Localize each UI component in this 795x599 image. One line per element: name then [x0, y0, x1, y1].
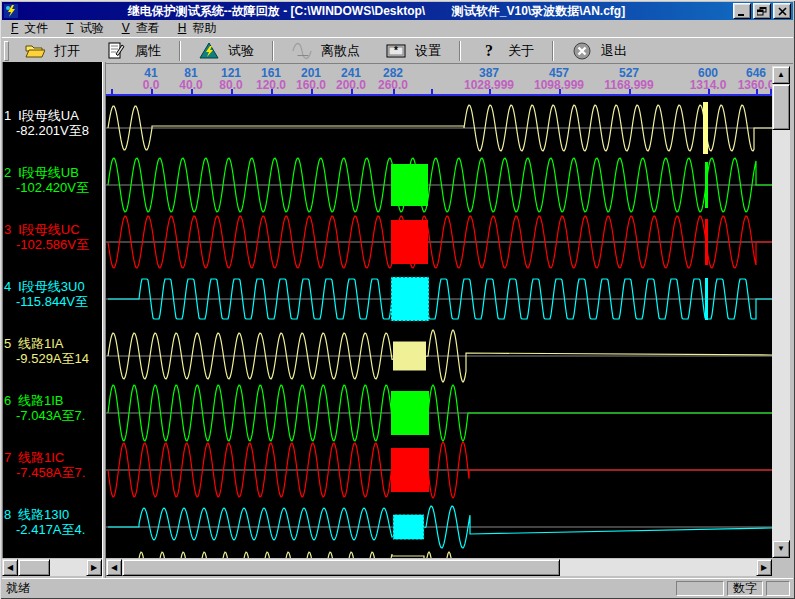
channel-label-3[interactable]: 3Ⅰ段母线UC-102.586V至: [3, 222, 102, 254]
toolbar-button-label: 打开: [54, 42, 80, 60]
vertical-scrollbar[interactable]: ▲ ▼: [772, 66, 790, 558]
toolbar-button-test-bolt[interactable]: 试验: [186, 39, 267, 63]
waveform-hscrollbar[interactable]: ◀ ▶: [106, 559, 772, 576]
channel-number: 6: [4, 393, 11, 408]
ruler-ms-label: 1360.0: [738, 78, 772, 92]
status-mode-indicator: 数字: [727, 581, 763, 596]
channel-label-2[interactable]: 2Ⅰ段母线UB-102.420V至: [3, 165, 102, 197]
sine-wave-icon: [292, 42, 312, 60]
vertical-scroll-thumb[interactable]: [772, 84, 790, 130]
app-window: 继电保护测试系统--故障回放 - [C:\WINDOWS\Desktop\ 测试…: [0, 0, 795, 599]
channel-range: -2.417A至4.: [16, 522, 85, 537]
title-bar[interactable]: 继电保护测试系统--故障回放 - [C:\WINDOWS\Desktop\ 测试…: [2, 2, 793, 20]
wave-scroll-thumb[interactable]: [122, 559, 560, 576]
label-scroll-thumb[interactable]: [18, 559, 50, 576]
cursor-marker-channel-4[interactable]: [705, 278, 708, 320]
waveform-channel-9: [108, 552, 458, 558]
wave-scroll-right-button[interactable]: ▶: [756, 559, 772, 576]
toolbar-button-label: 试验: [228, 42, 254, 60]
toolbar-button-label: 离散点: [321, 42, 360, 60]
close-button[interactable]: [773, 3, 791, 19]
cursor-marker-channel-2[interactable]: [705, 162, 708, 208]
toolbar-button-sine-wave[interactable]: 离散点: [279, 39, 373, 63]
channel-name: Ⅰ段母线UC: [18, 222, 80, 237]
menu-item-H[interactable]: H 帮助: [169, 19, 226, 38]
selection-block-channel-2[interactable]: [391, 164, 428, 206]
toolbar-button-properties[interactable]: 属性: [93, 39, 174, 63]
selection-block-channel-4[interactable]: [391, 277, 429, 321]
app-icon: [4, 4, 18, 18]
label-scroll-left-button[interactable]: ◀: [2, 559, 18, 576]
menu-bar: F 文件T 试验V 查看H 帮助: [2, 20, 793, 37]
channel-range: -115.844V至: [16, 294, 88, 309]
channel-range: -102.586V至: [16, 237, 89, 252]
selection-block-channel-6[interactable]: [391, 391, 429, 435]
toolbar-separator: [179, 41, 181, 61]
channel-number: 7: [4, 450, 11, 465]
channel-label-4[interactable]: 4Ⅰ段母线3U0-115.844V至: [3, 279, 102, 311]
toolbar: 打开属性试验离散点*设置?关于退出: [2, 37, 793, 64]
toolbar-button-label: 关于: [508, 42, 534, 60]
channel-label-8[interactable]: 8线路13I0-2.417A至4.: [3, 507, 102, 539]
question-mark-icon: ?: [479, 42, 499, 60]
toolbar-button-label: 退出: [601, 42, 627, 60]
scroll-up-button[interactable]: ▲: [772, 66, 790, 84]
waveform-plot[interactable]: [106, 96, 772, 558]
channel-label-6[interactable]: 6线路1IB-7.043A至7.: [3, 393, 102, 425]
channel-number: 5: [4, 336, 11, 351]
channel-range: -7.043A至7.: [16, 408, 85, 423]
properties-icon: [106, 42, 126, 60]
status-panel-empty-2: [766, 581, 790, 596]
channel-number: 1: [4, 108, 11, 123]
wave-scroll-left-button[interactable]: ◀: [106, 559, 122, 576]
channel-range: -82.201V至8: [16, 123, 89, 138]
channel-number: 4: [4, 279, 11, 294]
toolbar-grip[interactable]: [4, 41, 9, 61]
toolbar-separator: [459, 41, 461, 61]
cursor-marker-channel-3[interactable]: [705, 219, 708, 265]
status-text: 就绪: [2, 580, 676, 597]
open-folder-icon: [25, 42, 45, 60]
selection-block-channel-7[interactable]: [391, 448, 429, 492]
test-bolt-icon: [199, 42, 219, 60]
waveform-area[interactable]: [106, 96, 772, 558]
channel-number: 8: [4, 507, 11, 522]
toolbar-separator: [272, 41, 274, 61]
menu-item-V[interactable]: V 查看: [113, 19, 169, 38]
toolbar-button-exit-circle[interactable]: 退出: [559, 39, 640, 63]
channel-label-7[interactable]: 7线路1IC-7.458A至7.: [3, 450, 102, 482]
channel-number: 2: [4, 165, 11, 180]
channel-label-panel[interactable]: 1Ⅰ段母线UA-82.201V至82Ⅰ段母线UB-102.420V至3Ⅰ段母线U…: [2, 62, 102, 558]
restore-button[interactable]: [753, 3, 771, 19]
selection-block-channel-3[interactable]: [391, 220, 428, 264]
selection-block-channel-8[interactable]: [393, 515, 424, 540]
window-title: 继电保护测试系统--故障回放 - [C:\WINDOWS\Desktop\ 测试…: [22, 3, 731, 20]
channel-name: Ⅰ段母线UB: [18, 165, 79, 180]
channel-number: 3: [4, 222, 11, 237]
menu-item-T[interactable]: T 试验: [57, 19, 112, 38]
channel-name: 线路1IC: [18, 450, 64, 465]
settings-box-icon: *: [386, 42, 406, 60]
cursor-marker-channel-1[interactable]: [703, 102, 708, 154]
minimize-button[interactable]: [733, 3, 751, 19]
channel-range: -7.458A至7.: [16, 465, 85, 480]
channel-name: Ⅰ段母线UA: [18, 108, 79, 123]
scroll-down-button[interactable]: ▼: [772, 540, 790, 558]
channel-range: -102.420V至: [16, 180, 89, 195]
channel-name: 线路13I0: [18, 507, 69, 522]
label-panel-hscrollbar[interactable]: ◀ ▶: [2, 559, 102, 576]
selection-block-channel-5[interactable]: [393, 342, 426, 371]
exit-circle-icon: [572, 42, 592, 60]
menu-item-F[interactable]: F 文件: [2, 19, 57, 38]
channel-label-1[interactable]: 1Ⅰ段母线UA-82.201V至8: [3, 108, 102, 140]
label-scroll-right-button[interactable]: ▶: [86, 559, 102, 576]
time-ruler[interactable]: 410.08140.012180.0161120.0201160.0241200…: [106, 66, 772, 94]
toolbar-button-open-folder[interactable]: 打开: [12, 39, 93, 63]
channel-label-5[interactable]: 5线路1IA-9.529A至14: [3, 336, 102, 368]
toolbar-button-label: 属性: [135, 42, 161, 60]
status-bar: 就绪 数字: [2, 578, 793, 598]
toolbar-button-settings-box[interactable]: *设置: [373, 39, 454, 63]
channel-name: Ⅰ段母线3U0: [18, 279, 85, 294]
status-panel-empty-1: [676, 581, 724, 596]
toolbar-button-question-mark[interactable]: ?关于: [466, 39, 547, 63]
